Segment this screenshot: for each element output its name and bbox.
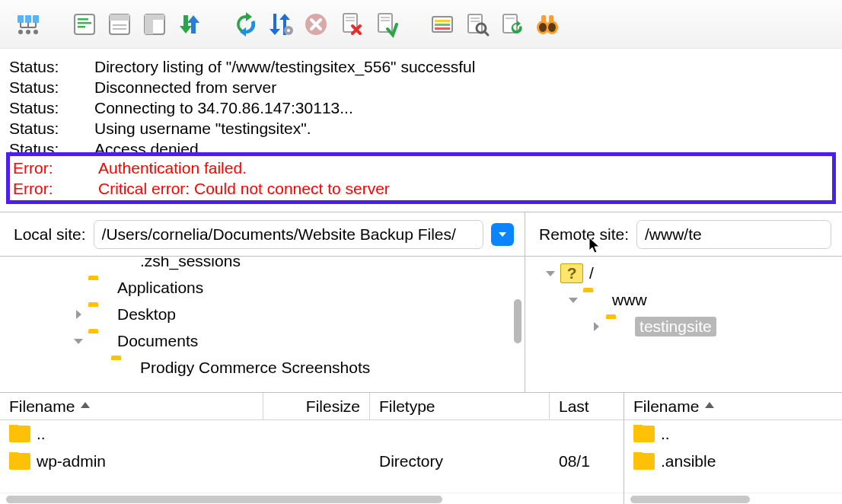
remote-site-label: Remote site: (539, 225, 629, 244)
remote-pane: Remote site: ?/ www testingsite (525, 212, 842, 392)
chevron-right-icon[interactable] (69, 305, 88, 324)
svg-rect-29 (435, 27, 450, 30)
remote-path-bar: Remote site: (525, 212, 842, 257)
site-manager-icon[interactable] (14, 10, 43, 39)
list-row[interactable]: .ansible (624, 448, 842, 475)
svg-rect-2 (33, 15, 39, 23)
local-path-input[interactable] (94, 220, 484, 249)
tree-item[interactable]: ?/ (525, 260, 842, 286)
log-row: Status:Access denied (0, 139, 842, 152)
h-scrollbar[interactable] (0, 493, 624, 504)
reconnect-icon[interactable] (372, 10, 400, 39)
chevron-down-icon[interactable] (69, 331, 88, 351)
svg-point-18 (287, 29, 290, 32)
remote-path-input[interactable] (636, 220, 831, 249)
tree-item[interactable]: Desktop (0, 301, 525, 327)
list-row[interactable]: wp-admin Directory 08/1 (0, 448, 624, 475)
directory-compare-icon[interactable] (428, 10, 457, 39)
tree-item[interactable]: testingsite (525, 313, 842, 340)
chevron-down-icon[interactable] (563, 290, 583, 310)
chevron-right-icon[interactable] (586, 317, 606, 337)
svg-rect-16 (145, 14, 153, 34)
h-scrollbar[interactable] (624, 493, 842, 504)
svg-rect-27 (435, 20, 450, 22)
folder-icon (633, 426, 655, 442)
folder-icon (111, 257, 134, 270)
svg-rect-24 (381, 17, 390, 18)
folder-icon (633, 453, 655, 470)
chevron-down-icon[interactable] (541, 263, 560, 283)
log-row: Status:Directory listing of "/www/testin… (0, 56, 842, 77)
list-header: Filename Filesize Filetype Last (0, 393, 624, 420)
search-icon[interactable] (463, 10, 492, 39)
refresh-icon[interactable] (231, 10, 260, 39)
list-row[interactable]: .. (624, 420, 842, 448)
svg-rect-7 (78, 18, 88, 21)
folder-icon (9, 453, 30, 470)
folder-icon (111, 359, 134, 377)
local-path-dropdown[interactable] (491, 223, 514, 246)
toggle-message-log-icon[interactable] (105, 10, 134, 39)
svg-rect-32 (470, 21, 480, 22)
folder-icon (583, 291, 606, 309)
error-highlight: Error:Authentication failed. Error:Criti… (6, 152, 836, 204)
svg-rect-25 (381, 20, 390, 21)
message-log: Status:Directory listing of "/www/testin… (0, 49, 842, 212)
binoculars-icon[interactable] (533, 10, 562, 39)
remote-tree[interactable]: ?/ www testingsite (525, 257, 842, 392)
col-filename[interactable]: Filename (624, 393, 842, 419)
sync-browse-icon[interactable] (498, 10, 527, 39)
tree-item[interactable]: Prodigy Commerce Screenshots (0, 354, 525, 381)
svg-rect-0 (18, 15, 24, 23)
folder-icon (88, 305, 111, 324)
folder-icon (88, 279, 111, 297)
disconnect-icon[interactable] (336, 10, 365, 39)
col-filetype[interactable]: Filetype (370, 393, 550, 419)
error-row: Error:Authentication failed. (10, 158, 832, 178)
svg-point-38 (539, 23, 547, 32)
local-file-list: Filename Filesize Filetype Last .. wp-ad… (0, 393, 624, 504)
svg-rect-35 (506, 18, 515, 19)
col-last-modified[interactable]: Last (550, 393, 624, 419)
list-row[interactable]: .. (0, 420, 624, 448)
unknown-folder-icon: ? (560, 263, 583, 283)
log-row: Status:Using username "testingsitex". (0, 118, 842, 139)
remote-file-list: Filename .. .ansible (624, 393, 842, 504)
folder-icon (88, 332, 111, 350)
tree-item[interactable]: Documents (0, 327, 525, 354)
tree-item[interactable]: www (525, 286, 842, 313)
svg-rect-23 (378, 14, 392, 32)
toggle-transfer-queue-icon[interactable] (175, 10, 204, 39)
local-tree[interactable]: .zsh_sessions Applications Desktop Docum… (0, 257, 525, 392)
col-filesize[interactable]: Filesize (263, 393, 370, 419)
svg-point-4 (26, 30, 30, 34)
tree-item[interactable]: .zsh_sessions (0, 257, 525, 274)
svg-rect-8 (78, 22, 91, 24)
svg-point-39 (548, 23, 556, 32)
svg-point-5 (33, 30, 38, 34)
log-row: Status:Connecting to 34.70.86.147:30113.… (0, 97, 842, 118)
process-queue-icon[interactable] (266, 10, 295, 39)
svg-rect-12 (113, 24, 126, 26)
col-filename[interactable]: Filename (0, 393, 263, 419)
quickconnect-bar-icon[interactable] (70, 10, 99, 39)
svg-rect-28 (435, 24, 450, 26)
local-pane: Local site: .zsh_sessions Applications D… (0, 212, 525, 392)
tree-item[interactable]: Applications (0, 274, 525, 301)
cancel-icon[interactable] (301, 10, 330, 39)
svg-rect-22 (346, 20, 355, 21)
sort-asc-icon (79, 397, 91, 416)
svg-rect-11 (110, 14, 129, 21)
svg-rect-13 (113, 28, 126, 30)
folder-icon (9, 426, 30, 442)
svg-rect-41 (549, 15, 553, 23)
toggle-tree-icon[interactable] (140, 10, 169, 39)
list-header: Filename (624, 393, 842, 420)
log-row: Status:Disconnected from server (0, 77, 842, 97)
svg-rect-6 (75, 14, 94, 34)
svg-rect-9 (78, 26, 85, 28)
scrollbar-thumb[interactable] (514, 299, 521, 343)
svg-rect-40 (541, 15, 546, 23)
folder-open-icon (606, 317, 629, 336)
local-path-bar: Local site: (0, 212, 525, 257)
